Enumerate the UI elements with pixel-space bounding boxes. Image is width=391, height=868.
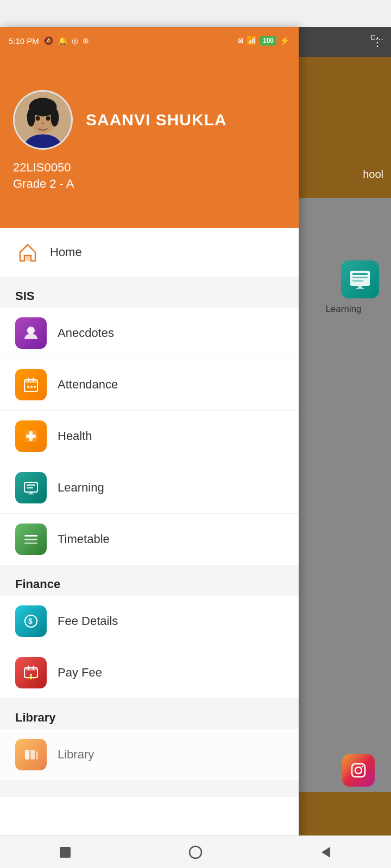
svg-rect-48 <box>25 750 29 760</box>
anecdotes-label: Anecdotes <box>58 326 114 340</box>
svg-rect-28 <box>34 386 36 388</box>
svg-rect-38 <box>24 539 37 540</box>
charging-icon: ⚡ <box>280 36 290 46</box>
svg-rect-44 <box>28 666 29 670</box>
profile-header: SAANVI SHUKLA 22LIS0050 Grade 2 - A <box>0 54 299 228</box>
svg-text:$: $ <box>28 617 33 626</box>
bg-bottom-brown <box>296 792 391 841</box>
battery-display: 100 <box>260 36 276 46</box>
svg-point-15 <box>36 116 40 121</box>
status-left: 5:10 PM 🔕 🔔 ◎ ⊕ <box>9 36 89 46</box>
feedetails-icon: $ <box>15 605 47 637</box>
library-label: Library <box>58 748 94 762</box>
nav-body: Home SIS Anecdotes <box>0 228 299 797</box>
timetable-icon <box>15 524 47 555</box>
menu-item-feedetails[interactable]: $ Fee Details <box>0 596 299 647</box>
svg-rect-33 <box>27 484 35 486</box>
status-bar: 5:10 PM 🔕 🔔 ◎ ⊕ ⊠ 📶 100 ⚡ <box>0 27 299 54</box>
svg-rect-43 <box>24 668 37 671</box>
home-button[interactable] <box>185 841 206 863</box>
bottom-nav <box>0 835 391 868</box>
drawer: 5:10 PM 🔕 🔔 ◎ ⊕ ⊠ 📶 100 ⚡ <box>0 27 299 846</box>
feedetails-label: Fee Details <box>58 614 118 628</box>
svg-marker-53 <box>321 847 330 858</box>
home-icon <box>15 240 40 265</box>
bg-school-text: hool <box>363 168 383 181</box>
menu-item-payfee[interactable]: Pay Fee <box>0 647 299 699</box>
avatar <box>13 90 73 150</box>
bg-learning-label: Learning <box>301 304 386 315</box>
svg-rect-21 <box>28 328 30 330</box>
stop-button[interactable] <box>54 841 76 863</box>
profile-name-display: SAANVI SHUKLA <box>86 111 227 129</box>
svg-rect-51 <box>60 847 71 858</box>
library-icon <box>15 739 47 770</box>
menu-item-health[interactable]: Health <box>0 411 299 462</box>
bg-learning-icon <box>341 260 379 298</box>
profile-top: SAANVI SHUKLA <box>13 90 286 150</box>
svg-rect-34 <box>27 487 33 489</box>
profile-id-display: 22LIS0050 <box>13 161 286 175</box>
svg-rect-31 <box>26 435 36 438</box>
menu-item-learning[interactable]: Learning <box>0 462 299 514</box>
svg-point-47 <box>30 678 32 680</box>
sim-icon: ⊠ <box>238 37 243 44</box>
svg-rect-37 <box>24 535 37 537</box>
attendance-label: Attendance <box>58 378 118 392</box>
menu-item-library[interactable]: Library <box>0 729 299 781</box>
timetable-label: Timetable <box>58 532 110 546</box>
bg-instagram-icon <box>342 754 375 787</box>
svg-rect-39 <box>24 542 37 544</box>
svg-point-52 <box>190 846 201 858</box>
svg-rect-27 <box>30 386 33 388</box>
svg-point-7 <box>355 767 362 774</box>
time-display: 5:10 PM <box>9 36 39 46</box>
svg-rect-49 <box>30 750 35 760</box>
sync-icon: ⊕ <box>83 36 89 45</box>
svg-point-17 <box>41 123 45 125</box>
location-icon: ◎ <box>72 36 78 45</box>
section-sis: SIS <box>0 277 299 308</box>
svg-rect-45 <box>33 666 34 670</box>
section-library: Library <box>0 699 299 729</box>
svg-rect-25 <box>33 378 34 382</box>
svg-rect-23 <box>24 380 37 383</box>
wifi-icon: 📶 <box>247 36 257 46</box>
menu-item-attendance[interactable]: Attendance <box>0 359 299 411</box>
notification-icon: 🔔 <box>58 36 67 45</box>
payfee-label: Pay Fee <box>58 666 102 680</box>
attendance-icon <box>15 369 47 400</box>
svg-rect-24 <box>28 378 29 382</box>
svg-rect-35 <box>29 492 33 494</box>
menu-item-timetable[interactable]: Timetable <box>0 514 299 565</box>
svg-rect-1 <box>352 273 368 275</box>
svg-rect-2 <box>352 277 368 278</box>
health-icon <box>15 420 47 452</box>
menu-item-anecdotes[interactable]: Anecdotes <box>0 308 299 359</box>
section-finance: Finance <box>0 565 299 596</box>
learning-label: Learning <box>58 481 104 495</box>
status-right: ⊠ 📶 100 ⚡ <box>238 36 290 46</box>
learning-icon <box>15 472 47 503</box>
svg-rect-50 <box>36 751 38 760</box>
svg-rect-18 <box>26 256 30 261</box>
svg-rect-3 <box>352 280 363 282</box>
svg-point-14 <box>51 108 59 126</box>
svg-rect-36 <box>28 494 34 495</box>
home-menu-item[interactable]: Home <box>0 228 299 277</box>
home-label: Home <box>50 245 82 259</box>
alarm-icon: 🔕 <box>43 36 54 46</box>
svg-rect-26 <box>27 386 29 388</box>
back-button[interactable] <box>315 841 337 863</box>
svg-rect-4 <box>358 286 362 288</box>
anecdotes-icon <box>15 317 47 349</box>
svg-point-13 <box>27 108 35 126</box>
svg-rect-6 <box>352 764 365 777</box>
payfee-icon <box>15 657 47 688</box>
svg-point-16 <box>46 116 51 121</box>
svg-point-46 <box>30 674 32 676</box>
profile-grade-display: Grade 2 - A <box>13 177 286 191</box>
svg-point-8 <box>362 766 363 768</box>
health-label: Health <box>58 429 92 443</box>
svg-rect-5 <box>356 288 364 289</box>
